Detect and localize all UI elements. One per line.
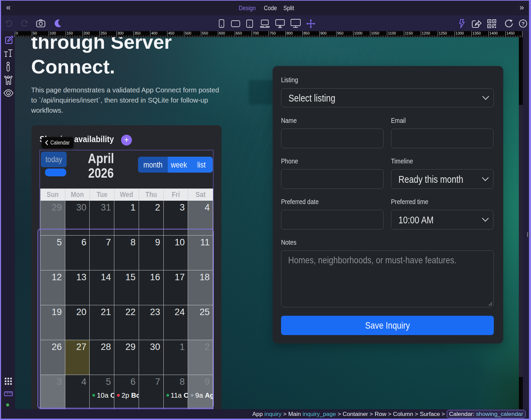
svg-text:?: ? (522, 21, 525, 26)
